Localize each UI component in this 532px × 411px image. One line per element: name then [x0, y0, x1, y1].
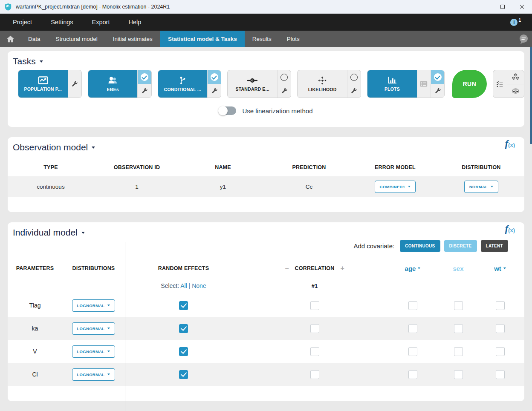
- tasks-section-title[interactable]: Tasks: [8, 51, 524, 66]
- distribution-value: LOGNORMAL: [77, 372, 105, 377]
- task-plots-settings-button[interactable]: [431, 84, 444, 98]
- distribution-value: NORMAL: [469, 184, 488, 189]
- linearization-toggle[interactable]: [219, 106, 236, 115]
- task-conditional-settings-button[interactable]: [208, 84, 221, 98]
- distribution-dropdown[interactable]: NORMAL: [464, 181, 499, 193]
- tlag-wt-checkbox[interactable]: [496, 301, 505, 310]
- model-building-button[interactable]: [507, 70, 524, 84]
- task-button-row: POPULATION P...: [18, 70, 524, 98]
- notifications-button[interactable]: i 1: [510, 19, 521, 26]
- tab-structural-model[interactable]: Structural model: [48, 31, 105, 47]
- obs-name: y1: [180, 184, 266, 190]
- cl-random-effect-checkbox[interactable]: [179, 370, 188, 379]
- tab-initial-estimates[interactable]: Initial estimates: [105, 31, 160, 47]
- correlation-group-label: #1: [312, 283, 318, 289]
- maximize-button[interactable]: [493, 0, 512, 14]
- observation-model-title[interactable]: Observation model: [8, 137, 524, 152]
- covariate-header-wt[interactable]: wt: [478, 265, 522, 272]
- cl-correlation-checkbox[interactable]: [310, 370, 319, 379]
- select-none-link[interactable]: None: [192, 282, 206, 289]
- add-discrete-covariate-button[interactable]: DISCRETE: [444, 240, 477, 252]
- task-population-parameters-button[interactable]: POPULATION P...: [18, 70, 68, 98]
- parameter-name: Cl: [8, 371, 62, 378]
- task-ebes-button[interactable]: EBEs: [88, 70, 138, 98]
- ka-random-effect-checkbox[interactable]: [179, 324, 188, 333]
- run-button[interactable]: RUN: [452, 70, 486, 98]
- v-correlation-checkbox[interactable]: [310, 347, 319, 356]
- close-button[interactable]: [512, 0, 532, 14]
- task-conditional-checkbox[interactable]: [208, 70, 221, 84]
- minimize-button[interactable]: [473, 0, 493, 14]
- task-likelihood-button[interactable]: LIKELIHOOD: [298, 70, 347, 98]
- error-model-dropdown[interactable]: COMBINED1: [375, 181, 416, 193]
- task-ebes-checkbox[interactable]: [138, 70, 151, 84]
- tlag-age-checkbox[interactable]: [408, 301, 417, 310]
- task-conditional-distribution-button[interactable]: CONDITIONAL ...: [158, 70, 208, 98]
- tab-home[interactable]: [0, 31, 20, 47]
- v-distribution-dropdown[interactable]: LOGNORMAL: [72, 345, 116, 358]
- task-standard-errors-button[interactable]: STANDARD E...: [228, 70, 277, 98]
- correlation-add-button[interactable]: +: [340, 264, 344, 272]
- v-wt-checkbox[interactable]: [496, 347, 505, 356]
- cl-age-checkbox[interactable]: [408, 370, 417, 379]
- observation-formula-button[interactable]: f(x): [505, 139, 515, 149]
- correlation-remove-button[interactable]: −: [285, 264, 289, 272]
- menu-settings[interactable]: Settings: [41, 14, 82, 31]
- tab-results[interactable]: Results: [245, 31, 279, 47]
- ka-distribution-dropdown[interactable]: LOGNORMAL: [72, 322, 116, 335]
- ka-age-checkbox[interactable]: [408, 324, 417, 333]
- tlag-correlation-checkbox[interactable]: [310, 301, 319, 310]
- tab-statistical-model-tasks[interactable]: Statistical model & Tasks: [160, 31, 245, 47]
- tlag-distribution-dropdown[interactable]: LOGNORMAL: [72, 299, 116, 312]
- task-ebes-settings-button[interactable]: [138, 84, 151, 98]
- unchecked-circle-icon: [280, 74, 288, 81]
- ka-wt-checkbox[interactable]: [496, 324, 505, 333]
- cl-sex-checkbox[interactable]: [454, 370, 463, 379]
- tab-bar: Data Structural model Initial estimates …: [0, 31, 532, 47]
- caret-down-icon: [107, 328, 110, 329]
- ka-sex-checkbox[interactable]: [454, 324, 463, 333]
- task-likelihood-checkbox[interactable]: [347, 70, 361, 84]
- menu-project[interactable]: Project: [3, 14, 41, 31]
- plots-list-button[interactable]: [417, 70, 431, 98]
- v-sex-checkbox[interactable]: [454, 347, 463, 356]
- task-likelihood-settings-button[interactable]: [347, 84, 361, 98]
- individual-model-title[interactable]: Individual model: [8, 222, 524, 238]
- menu-export[interactable]: Export: [83, 14, 119, 31]
- tlag-sex-checkbox[interactable]: [454, 301, 463, 310]
- task-plots-button[interactable]: PLOTS: [367, 70, 417, 98]
- task-population-settings-button[interactable]: [68, 70, 81, 98]
- add-continuous-covariate-button[interactable]: CONTINUOUS: [400, 240, 440, 252]
- col-header-name: NAME: [180, 164, 266, 170]
- monolix-window: warfarinPK_project.mlxtran [demo] - Mono…: [0, 0, 532, 411]
- observation-table: TYPE OBSERVATION ID NAME PREDICTION ERRO…: [8, 158, 524, 197]
- add-latent-covariate-button[interactable]: LATENT: [481, 240, 509, 252]
- v-random-effect-checkbox[interactable]: [179, 347, 188, 356]
- menu-help[interactable]: Help: [119, 14, 150, 31]
- tab-plots[interactable]: Plots: [279, 31, 307, 47]
- task-label: LIKELIHOOD: [308, 87, 337, 92]
- v-age-checkbox[interactable]: [408, 347, 417, 356]
- title-bar: warfarinPK_project.mlxtran [demo] - Mono…: [0, 0, 532, 14]
- task-standard-errors-checkbox[interactable]: [278, 70, 291, 84]
- vertical-scrollbar[interactable]: [530, 47, 532, 144]
- parameter-name: ka: [8, 325, 62, 332]
- scenario-layers-button[interactable]: [507, 84, 524, 98]
- task-standard-errors-settings-button[interactable]: [278, 84, 291, 98]
- feedback-button[interactable]: [515, 31, 532, 47]
- tab-data[interactable]: Data: [20, 31, 48, 47]
- cl-distribution-dropdown[interactable]: LOGNORMAL: [72, 368, 116, 381]
- population-parameters-icon: [38, 76, 48, 84]
- checked-circle-icon: [434, 73, 442, 81]
- task-plots-checkbox[interactable]: [431, 70, 444, 84]
- select-all-link[interactable]: All: [180, 282, 187, 289]
- cl-wt-checkbox[interactable]: [496, 370, 505, 379]
- individual-formula-button[interactable]: f(x): [505, 224, 515, 234]
- covariate-header-age[interactable]: age: [387, 265, 438, 272]
- task-label: CONDITIONAL ...: [164, 87, 201, 92]
- tlag-random-effect-checkbox[interactable]: [179, 301, 188, 310]
- task-label: PLOTS: [385, 86, 400, 92]
- task-checklist-button[interactable]: [493, 70, 507, 98]
- standard-errors-icon: [247, 77, 257, 84]
- ka-correlation-checkbox[interactable]: [310, 324, 319, 333]
